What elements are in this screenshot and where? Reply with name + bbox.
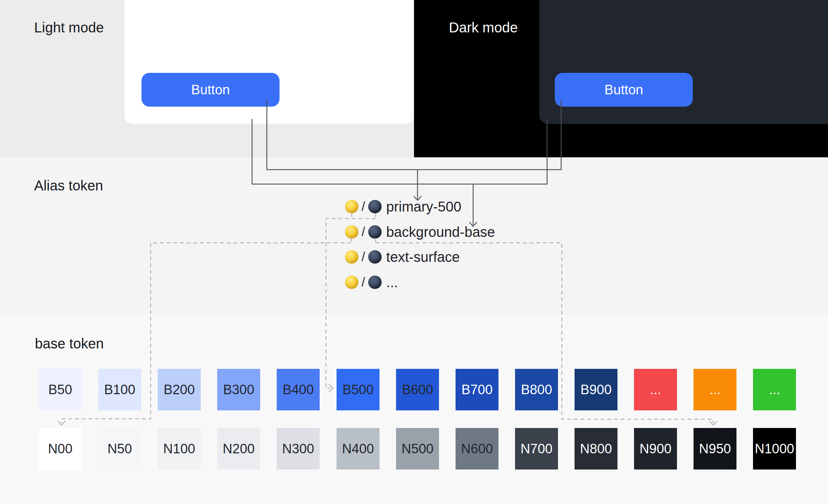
dark-mode-moon-icon [368,200,382,213]
mode-separator: / [362,250,365,264]
alias-token-name: background-base [386,224,495,240]
alias-token-row: / text-surface [345,250,460,264]
token-swatch-n50: N50 [98,428,141,470]
token-swatch-n200: N200 [217,428,260,470]
swatch-label: N1000 [755,441,794,456]
alias-token-name: primary-500 [386,199,461,215]
mode-separator: / [362,199,365,214]
alias-token-row: / primary-500 [345,200,461,214]
mode-separator: / [362,275,365,290]
design-tokens-diagram: Button Button Light mode Dark mode Alias… [0,0,828,504]
swatch-label: N950 [699,441,731,456]
token-swatch-b800: B800 [515,369,558,410]
token-swatch-b50: B50 [39,369,82,410]
swatch-label: N200 [223,441,255,456]
swatch-label: B50 [48,382,72,397]
swatch-label: B800 [521,382,552,397]
token-swatch-n500: N500 [396,428,439,470]
swatch-label: ... [709,382,721,397]
swatch-label: N400 [342,441,374,456]
light-mode-moon-icon [345,200,358,213]
token-swatch-b200: B200 [158,369,201,410]
light-mode-label: Light mode [34,20,104,34]
token-swatch-b400: B400 [277,369,320,410]
dark-mode-moon-icon [368,276,382,289]
swatch-label: B100 [104,382,136,397]
swatch-label: N100 [163,441,195,456]
swatch-label: N00 [48,441,73,456]
alias-token-name: ... [386,275,398,290]
swatch-label: B700 [462,382,493,397]
light-mode-moon-icon [345,276,358,289]
swatch-label: N900 [640,441,672,456]
swatch-label: B600 [402,382,433,397]
token-swatch-b700: B700 [456,369,498,410]
token-swatch-n100: N100 [158,428,201,470]
swatch-label: N50 [107,441,132,456]
dark-mode-moon-icon [368,225,382,239]
token-swatch-b900: B900 [575,369,617,410]
swatch-label: B900 [581,382,612,397]
alias-token-row: / background-base [345,225,495,239]
token-swatch-b100: B100 [98,369,141,410]
token-swatch-b600: B600 [396,369,439,410]
token-swatch-n400: N400 [337,428,380,470]
swatch-label: N300 [282,441,314,456]
swatch-label: B200 [164,382,195,397]
swatch-label: B300 [223,382,255,397]
token-swatch-n900: N900 [634,428,677,470]
light-mode-button[interactable]: Button [142,73,280,107]
swatch-label: ... [650,382,661,397]
token-swatch-n800: N800 [575,428,617,470]
token-swatch-ellipsis-11: ... [694,369,736,410]
token-swatch-n950: N950 [694,428,736,470]
swatch-label: N600 [461,441,493,456]
token-swatch-n700: N700 [515,428,558,470]
alias-token-label: Alias token [34,178,103,193]
token-swatch-n300: N300 [277,428,320,470]
token-swatch-n600: N600 [456,428,498,470]
token-swatch-ellipsis-12: ... [753,369,796,410]
token-swatch-ellipsis-10: ... [634,369,677,410]
base-token-label: base token [35,336,104,351]
token-swatch-b500: B500 [337,369,380,410]
dark-mode-moon-icon [368,250,382,264]
swatch-label: N700 [521,441,553,456]
dark-mode-button[interactable]: Button [555,73,693,107]
swatch-label: B500 [343,382,374,397]
swatch-label: N800 [580,441,612,456]
light-mode-moon-icon [345,225,358,239]
dark-mode-label: Dark mode [449,20,518,34]
light-mode-moon-icon [345,250,358,264]
token-swatch-n00: N00 [39,428,82,470]
swatch-label: N500 [402,441,434,456]
alias-token-name: text-surface [386,249,460,265]
token-swatch-b300: B300 [217,369,260,410]
token-swatch-n1000: N1000 [753,428,796,470]
swatch-label: ... [769,382,780,397]
alias-token-row: / ... [345,275,398,289]
swatch-label: B400 [283,382,314,397]
mode-separator: / [362,225,365,239]
